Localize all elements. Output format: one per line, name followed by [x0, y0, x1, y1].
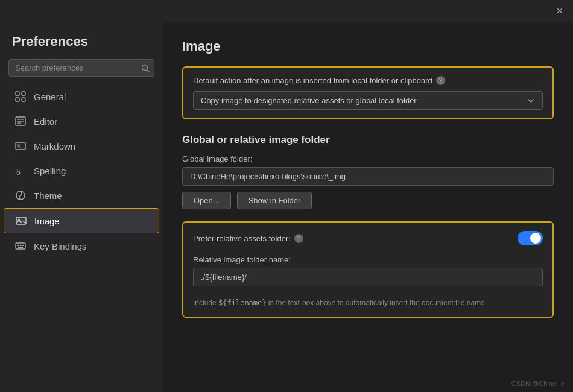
svg-rect-20 [20, 245, 22, 246]
svg-rect-22 [18, 247, 23, 248]
markdown-icon: M ↓ [14, 140, 27, 152]
search-input[interactable] [8, 59, 154, 77]
nav-list: General Editor [0, 84, 163, 392]
show-in-folder-button[interactable]: Show in Folder [237, 192, 312, 209]
general-icon [14, 90, 27, 103]
sidebar-item-label-editor: Editor [34, 116, 57, 127]
sidebar-item-general[interactable]: General [4, 84, 159, 109]
keybindings-icon [14, 240, 27, 252]
svg-rect-16 [16, 217, 26, 224]
svg-line-1 [147, 69, 150, 72]
default-action-info-icon[interactable]: ? [436, 76, 445, 85]
svg-point-17 [18, 219, 20, 221]
sidebar-item-image[interactable]: Image [4, 208, 159, 233]
toggle-row: Prefer relative assets folder: ? [193, 231, 543, 245]
sidebar-item-label-markdown: Markdown [34, 141, 75, 151]
sidebar-item-editor[interactable]: Editor [4, 109, 159, 133]
prefer-relative-toggle[interactable] [518, 231, 543, 245]
page-title: Image [182, 39, 554, 54]
main-content: Image Default action after an image is i… [163, 22, 573, 392]
relative-folder-name-input[interactable] [193, 268, 543, 286]
svg-text:↓: ↓ [21, 144, 24, 150]
theme-icon [14, 189, 27, 201]
editor-icon [14, 115, 27, 127]
svg-text:M: M [17, 144, 20, 150]
search-box [8, 59, 154, 77]
chevron-down-icon [527, 96, 535, 105]
sidebar-item-keybindings[interactable]: Key Bindings [4, 234, 159, 258]
sidebar-title: Preferences [0, 22, 163, 59]
spelling-icon: A [14, 165, 27, 177]
svg-rect-21 [22, 245, 24, 246]
default-action-card: Default action after an image is inserte… [182, 66, 554, 119]
svg-rect-5 [22, 98, 25, 101]
svg-rect-4 [16, 98, 19, 101]
relative-assets-card: Prefer relative assets folder: ? Relativ… [182, 221, 554, 318]
prefer-relative-info-icon[interactable]: ? [294, 234, 303, 243]
sidebar-item-spelling[interactable]: A Spelling [4, 159, 159, 183]
global-folder-section-title: Global or relative image folder [182, 134, 554, 146]
title-bar: ✕ [0, 0, 573, 22]
sidebar-item-theme[interactable]: Theme [4, 183, 159, 207]
relative-folder-name-label: Relative image folder name: [193, 255, 543, 264]
svg-rect-2 [16, 92, 19, 95]
sidebar-item-label-image: Image [34, 216, 60, 226]
sidebar-item-label-general: General [34, 92, 66, 102]
sidebar-item-markdown[interactable]: M ↓ Markdown [4, 134, 159, 158]
svg-rect-19 [17, 245, 19, 246]
sidebar-item-label-theme: Theme [34, 191, 62, 201]
default-action-dropdown[interactable]: Copy image to designated relative assets… [193, 91, 543, 110]
open-button[interactable]: Open... [182, 192, 231, 209]
global-folder-input[interactable] [182, 167, 554, 186]
dropdown-value: Copy image to designated relative assets… [201, 96, 417, 105]
watermark: CSDN @ChineHe [511, 380, 565, 387]
folder-label: Global image folder: [182, 154, 554, 163]
default-action-label: Default action after an image is inserte… [193, 76, 543, 85]
svg-text:A: A [15, 166, 21, 175]
hint-code: ${filename} [218, 299, 266, 307]
sidebar-item-label-keybindings: Key Bindings [34, 241, 87, 251]
prefer-relative-label: Prefer relative assets folder: ? [193, 234, 303, 243]
app-container: Preferences [0, 22, 573, 392]
sidebar-item-label-spelling: Spelling [34, 166, 66, 176]
close-button[interactable]: ✕ [554, 5, 566, 17]
svg-rect-3 [22, 92, 25, 95]
hint-text: Include ${filename} in the text-box abov… [193, 297, 543, 308]
folder-btn-row: Open... Show in Folder [182, 192, 554, 209]
sidebar: Preferences [0, 22, 163, 392]
search-icon [141, 64, 150, 72]
image-icon [15, 215, 27, 227]
